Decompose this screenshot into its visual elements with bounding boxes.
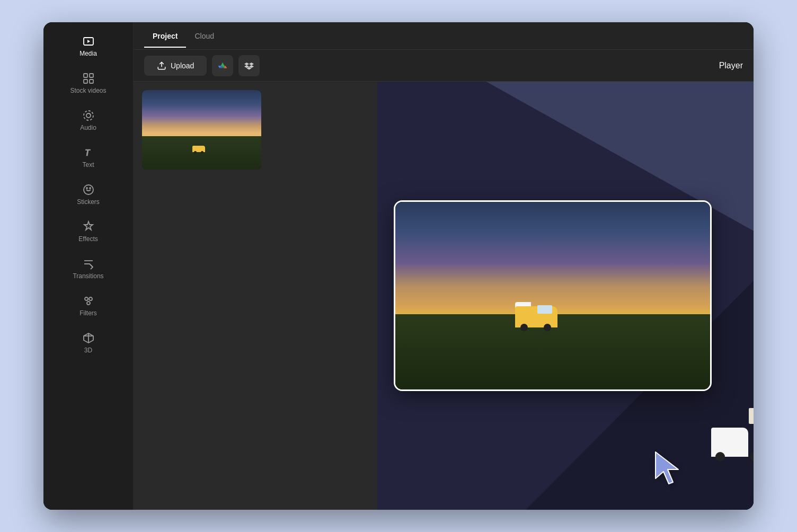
svg-rect-4: [84, 79, 87, 83]
player-label: Player: [719, 61, 743, 70]
stickers-icon: [82, 183, 95, 196]
upload-button[interactable]: Upload: [144, 56, 207, 76]
media-icon: [82, 35, 95, 48]
svg-point-9: [84, 185, 93, 194]
sidebar-label-text: Text: [82, 161, 94, 169]
svg-point-13: [89, 297, 92, 300]
main-content: Project Cloud Upload: [134, 22, 754, 510]
svg-text:T: T: [85, 148, 91, 157]
svg-rect-2: [84, 74, 87, 77]
filters-icon: [82, 295, 95, 307]
audio-icon: [82, 109, 95, 122]
media-grid: [142, 90, 369, 170]
sidebar-label-3d: 3D: [84, 347, 92, 354]
svg-marker-1: [87, 40, 90, 43]
3d-icon: [82, 332, 95, 344]
drive-icon: [218, 61, 227, 70]
media-panel: [134, 82, 377, 510]
sidebar-label-stickers: Stickers: [77, 198, 100, 206]
sidebar-item-3d[interactable]: 3D: [43, 324, 133, 361]
svg-rect-5: [90, 79, 93, 83]
content-area: [134, 82, 754, 510]
svg-point-14: [87, 302, 90, 305]
sidebar-label-stock: Stock videos: [70, 87, 106, 94]
thumbnail-van: [192, 145, 205, 152]
sidebar-item-stock[interactable]: Stock videos: [43, 65, 133, 102]
player-scene: [395, 202, 710, 389]
player-video: [394, 200, 712, 391]
sidebar-item-filters[interactable]: Filters: [43, 287, 133, 324]
svg-point-12: [85, 297, 88, 300]
thumbnail-sky: [142, 90, 261, 138]
thumbnail-scene: [142, 90, 261, 170]
sidebar-label-media: Media: [79, 50, 97, 57]
sidebar-label-audio: Audio: [80, 124, 96, 131]
svg-point-7: [84, 111, 93, 120]
sidebar-label-effects: Effects: [78, 235, 98, 243]
cursor-arrow: [653, 449, 685, 489]
dropbox-button[interactable]: [238, 55, 260, 76]
player-van: [515, 302, 557, 327]
svg-point-10: [86, 188, 87, 189]
player-panel: [377, 82, 754, 510]
app-window: Media Stock videos Audio T: [43, 22, 754, 510]
player-label-area: Player: [709, 61, 743, 70]
sidebar-label-transitions: Transitions: [73, 272, 103, 280]
upload-icon: [157, 61, 166, 70]
svg-point-11: [90, 188, 91, 189]
sidebar-item-effects[interactable]: Effects: [43, 213, 133, 250]
sidebar-item-transitions[interactable]: Transitions: [43, 250, 133, 287]
stock-icon: [82, 72, 95, 85]
svg-rect-3: [90, 74, 93, 77]
tabs-bar: Project Cloud: [134, 22, 754, 50]
tab-cloud[interactable]: Cloud: [186, 24, 223, 48]
sidebar-item-text[interactable]: T Text: [43, 139, 133, 176]
text-icon: T: [82, 146, 95, 159]
svg-marker-20: [656, 452, 678, 484]
sidebar-item-stickers[interactable]: Stickers: [43, 176, 133, 213]
sidebar: Media Stock videos Audio T: [43, 22, 134, 510]
toolbar: Upload: [134, 50, 754, 82]
effects-icon: [82, 220, 95, 233]
transitions-icon: [82, 258, 95, 270]
edge-van: [711, 404, 754, 467]
dropbox-icon: [244, 61, 254, 70]
tab-project[interactable]: Project: [144, 24, 186, 48]
sidebar-label-filters: Filters: [79, 309, 97, 317]
media-thumbnail[interactable]: [142, 90, 261, 170]
sidebar-item-audio[interactable]: Audio: [43, 102, 133, 139]
sidebar-item-media[interactable]: Media: [43, 28, 133, 65]
drive-button[interactable]: [212, 55, 233, 76]
